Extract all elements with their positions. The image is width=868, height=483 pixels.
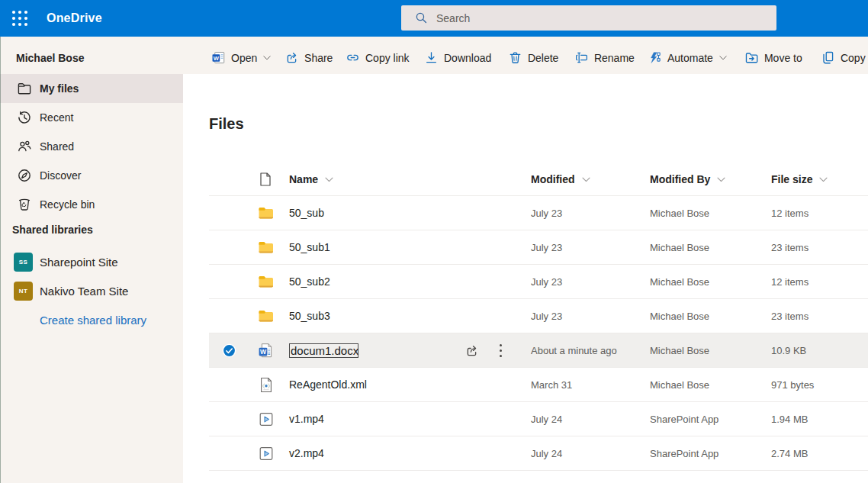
toolbar-button-moveto[interactable]: Move to xyxy=(744,50,802,65)
file-name[interactable]: v1.mp4 xyxy=(289,402,324,436)
sidebar-item-recent[interactable]: Recent xyxy=(0,103,183,132)
user-name: Michael Bose xyxy=(16,39,84,76)
sidebar-library-sharepoint[interactable]: SSSharepoint Site xyxy=(0,247,183,276)
download-icon xyxy=(424,50,439,65)
file-modified-by: Michael Bose xyxy=(650,299,709,333)
copy-icon xyxy=(821,50,835,65)
toolbar-label: Open xyxy=(231,52,257,64)
page-title: Files xyxy=(209,115,244,133)
create-shared-library-link[interactable]: Create shared library xyxy=(0,305,183,334)
table-row-50_sub[interactable]: 50_subJuly 23Michael Bose12 items xyxy=(209,196,868,230)
sidebar-item-discover[interactable]: Discover xyxy=(0,161,183,190)
toolbar-label: Rename xyxy=(594,52,635,64)
column-header-file-size[interactable]: File size xyxy=(771,163,828,196)
table-row-50_sub3[interactable]: 50_sub3July 23Michael Bose23 items xyxy=(209,299,868,333)
toolbar-button-share[interactable]: Share xyxy=(285,50,333,65)
file-name[interactable]: 50_sub1 xyxy=(289,230,330,264)
file-size: 10.9 KB xyxy=(771,333,806,367)
share-icon xyxy=(285,50,299,65)
table-row-v2.mp4[interactable]: v2.mp4July 24SharePoint App2.74 MB xyxy=(209,436,868,471)
sidebar-item-label: My files xyxy=(40,82,79,95)
recycle-bin-icon xyxy=(17,197,32,212)
sidebar-item-shared[interactable]: Shared xyxy=(0,132,183,161)
main-content: Files Name Modified Modified By File siz… xyxy=(183,74,868,483)
toolbar-label: Automate xyxy=(667,52,713,64)
table-row-v1.mp4[interactable]: v1.mp4July 24SharePoint App1.94 MB xyxy=(209,402,868,436)
app-launcher-button[interactable] xyxy=(11,10,28,27)
column-header-name[interactable]: Name xyxy=(289,163,334,196)
file-name[interactable]: 50_sub2 xyxy=(289,265,330,298)
file-size: 971 bytes xyxy=(771,368,814,401)
rename-icon xyxy=(574,50,589,65)
move-to-icon xyxy=(744,50,759,65)
toolbar-button-copyto[interactable]: Copy xyxy=(821,50,866,65)
window-left-edge xyxy=(0,37,1,483)
table-row-docum1.docx[interactable]: docum1.docxAbout a minute agoMichael Bos… xyxy=(209,333,868,368)
folder-file-icon xyxy=(259,274,274,290)
toolbar-button-copylink[interactable]: Copy link xyxy=(346,50,410,65)
folder-file-icon xyxy=(259,308,274,324)
file-size: 1.94 MB xyxy=(771,402,808,436)
row-checkbox-checked[interactable] xyxy=(222,343,236,358)
onedrive-brand[interactable]: OneDrive xyxy=(47,0,102,37)
file-name[interactable]: 50_sub3 xyxy=(289,299,330,333)
file-modified-by: Michael Bose xyxy=(650,265,709,298)
word-app-icon xyxy=(211,50,226,65)
history-icon xyxy=(17,110,32,125)
sidebar: My filesRecentSharedDiscoverRecycle bin … xyxy=(0,74,183,483)
toolbar-button-open[interactable]: Open xyxy=(211,50,272,65)
toolbar-label: Delete xyxy=(528,52,558,64)
column-header-modified[interactable]: Modified xyxy=(531,163,591,196)
search-input[interactable]: Search xyxy=(401,5,776,31)
video-file-icon xyxy=(259,446,274,462)
toolbar-button-delete[interactable]: Delete xyxy=(508,50,558,65)
file-size: 12 items xyxy=(771,196,809,230)
sidebar-item-label: Discover xyxy=(40,169,81,182)
toolbar-button-rename[interactable]: Rename xyxy=(574,50,635,65)
word-file-icon xyxy=(259,343,274,359)
file-name[interactable]: v2.mp4 xyxy=(289,436,324,470)
table-row-50_sub2[interactable]: 50_sub2July 23Michael Bose12 items xyxy=(209,265,868,299)
file-size: 23 items xyxy=(771,299,809,333)
rename-input[interactable]: docum1.docx xyxy=(289,343,358,358)
sidebar-item-myfiles[interactable]: My files xyxy=(0,74,183,103)
library-label: Nakivo Team Site xyxy=(40,285,128,298)
toolbar-label: Share xyxy=(304,52,333,64)
file-size: 2.74 MB xyxy=(771,436,808,470)
table-row-ReAgentOld.xml[interactable]: ReAgentOld.xmlMarch 31Michael Bose971 by… xyxy=(209,368,868,402)
row-more-menu[interactable] xyxy=(494,343,506,359)
folder-file-icon xyxy=(259,240,274,256)
folder-icon xyxy=(17,81,32,96)
sidebar-library-nakivo[interactable]: NTNakivo Team Site xyxy=(0,276,183,305)
sidebar-item-recycle[interactable]: Recycle bin xyxy=(0,190,183,219)
files-table: Name Modified Modified By File size 50_s… xyxy=(209,163,868,471)
chevron-down-icon xyxy=(716,175,726,185)
file-size: 23 items xyxy=(771,230,809,264)
file-modified-by: SharePoint App xyxy=(650,436,719,470)
row-share-icon[interactable] xyxy=(465,343,479,358)
shared-libraries-header: Shared libraries xyxy=(0,221,183,239)
library-badge: SS xyxy=(14,253,33,272)
chevron-down-icon xyxy=(324,175,334,185)
file-modified-by: Michael Bose xyxy=(650,196,709,230)
command-bar: Michael Bose OpenShareCopy linkDownloadD… xyxy=(0,37,868,74)
toolbar-button-automate[interactable]: Automate xyxy=(648,50,728,65)
sidebar-item-label: Recycle bin xyxy=(40,198,95,211)
top-app-bar: OneDrive Search xyxy=(0,0,868,37)
sidebar-item-label: Shared xyxy=(40,140,74,153)
file-modified: July 24 xyxy=(531,402,562,436)
file-type-column-icon[interactable] xyxy=(259,172,272,186)
column-header-modified-by[interactable]: Modified By xyxy=(650,163,726,196)
file-modified-by: SharePoint App xyxy=(650,402,719,436)
table-row-50_sub1[interactable]: 50_sub1July 23Michael Bose23 items xyxy=(209,230,868,265)
rename-input-value: docum1.docx xyxy=(291,344,358,357)
toolbar: OpenShareCopy linkDownloadDeleteRenameAu… xyxy=(211,39,866,76)
file-modified: July 24 xyxy=(531,436,562,470)
file-name[interactable]: ReAgentOld.xml xyxy=(289,368,367,401)
file-modified: July 23 xyxy=(531,196,562,230)
sidebar-item-label: Recent xyxy=(40,111,73,124)
people-icon xyxy=(17,139,32,154)
file-name[interactable]: 50_sub xyxy=(289,196,324,230)
file-modified-by: Michael Bose xyxy=(650,333,709,367)
toolbar-button-download[interactable]: Download xyxy=(424,50,491,65)
